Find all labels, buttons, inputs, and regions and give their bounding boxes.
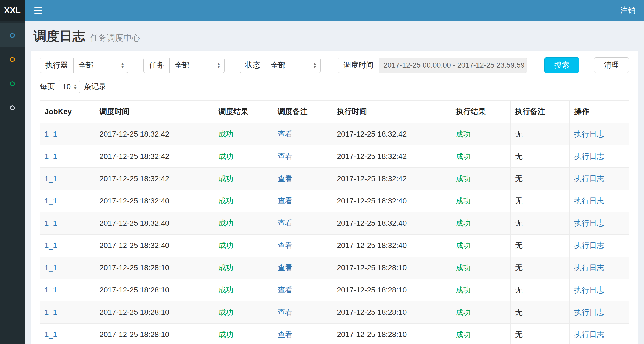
handle-msg-cell: 无 [510, 235, 570, 257]
jobkey-link-cell: 1_1 [40, 145, 95, 168]
trigger-msg-link[interactable]: 查看 [278, 286, 293, 294]
exec-log-link-cell: 执行日志 [570, 212, 629, 235]
search-button[interactable]: 搜索 [544, 57, 579, 73]
job-filter-group: 任务 全部 ▲▼ [143, 58, 225, 73]
jobkey-link[interactable]: 1_1 [45, 152, 57, 160]
circle-icon [10, 81, 15, 86]
table-row: 1_12017-12-25 18:28:10成功查看2017-12-25 18:… [40, 301, 629, 324]
table-row: 1_12017-12-25 18:32:42成功查看2017-12-25 18:… [40, 145, 629, 168]
trigger-msg-link[interactable]: 查看 [278, 174, 293, 183]
table-row: 1_12017-12-25 18:32:40成功查看2017-12-25 18:… [40, 190, 629, 212]
trigger-time-cell: 2017-12-25 18:32:42 [95, 123, 214, 145]
sidebar-menu [0, 21, 25, 344]
handle-result-cell: 成功 [451, 301, 511, 324]
time-range-input[interactable]: 2017-12-25 00:00:00 - 2017-12-25 23:59:5… [379, 58, 527, 73]
circle-icon [10, 57, 15, 62]
table-row: 1_12017-12-25 18:28:10成功查看2017-12-25 18:… [40, 324, 629, 344]
jobkey-link[interactable]: 1_1 [45, 174, 57, 183]
page-size-select[interactable]: 10 ▲▼ [59, 80, 80, 93]
trigger-msg-link[interactable]: 查看 [278, 308, 293, 316]
exec-log-link[interactable]: 执行日志 [574, 197, 604, 205]
trigger-msg-link[interactable]: 查看 [278, 130, 293, 138]
page-size-prefix: 每页 [40, 82, 55, 92]
jobkey-link-cell: 1_1 [40, 212, 95, 235]
exec-log-link[interactable]: 执行日志 [574, 330, 604, 339]
exec-log-link-cell: 执行日志 [570, 123, 629, 145]
trigger-result-cell: 成功 [214, 145, 273, 168]
exec-log-link-cell: 执行日志 [570, 145, 629, 168]
trigger-msg-link-cell: 查看 [273, 190, 332, 212]
handle-time-cell: 2017-12-25 18:32:40 [332, 235, 451, 257]
exec-log-link[interactable]: 执行日志 [574, 219, 604, 227]
logout-link[interactable]: 注销 [620, 5, 635, 16]
trigger-msg-link[interactable]: 查看 [278, 197, 293, 205]
trigger-result-cell: 成功 [214, 168, 273, 190]
clear-button[interactable]: 清理 [594, 57, 629, 73]
jobkey-link[interactable]: 1_1 [45, 197, 57, 205]
circle-icon [10, 33, 15, 38]
exec-log-link[interactable]: 执行日志 [574, 286, 604, 294]
exec-log-link[interactable]: 执行日志 [574, 241, 604, 250]
trigger-result-cell: 成功 [214, 190, 273, 212]
exec-log-link[interactable]: 执行日志 [574, 264, 604, 272]
trigger-msg-link[interactable]: 查看 [278, 152, 293, 160]
exec-log-link[interactable]: 执行日志 [574, 130, 604, 138]
jobkey-link-cell: 1_1 [40, 324, 95, 344]
sidebar-item-2[interactable] [0, 47, 25, 72]
select-arrows-icon: ▲▼ [121, 62, 124, 68]
handle-result-cell: 成功 [451, 279, 511, 301]
jobkey-link-cell: 1_1 [40, 301, 95, 324]
column-header-6: 执行结果 [451, 101, 511, 123]
trigger-msg-link[interactable]: 查看 [278, 264, 293, 272]
trigger-time-cell: 2017-12-25 18:28:10 [95, 324, 214, 344]
column-header-1: JobKey [40, 101, 95, 123]
trigger-msg-link[interactable]: 查看 [278, 330, 293, 339]
jobkey-link[interactable]: 1_1 [45, 286, 57, 294]
jobkey-link[interactable]: 1_1 [45, 130, 57, 138]
exec-log-link-cell: 执行日志 [570, 235, 629, 257]
jobkey-link[interactable]: 1_1 [45, 264, 57, 272]
log-table: JobKey调度时间调度结果调度备注执行时间执行结果执行备注操作 1_12017… [40, 100, 629, 344]
content-header: 调度日志 任务调度中心 [25, 21, 644, 51]
status-select[interactable]: 全部 ▲▼ [266, 58, 321, 73]
column-header-4: 调度备注 [273, 101, 332, 123]
jobkey-link-cell: 1_1 [40, 168, 95, 190]
executor-select[interactable]: 全部 ▲▼ [73, 58, 128, 73]
page-size-value: 10 [63, 83, 71, 91]
exec-log-link-cell: 执行日志 [570, 279, 629, 301]
jobkey-link-cell: 1_1 [40, 123, 95, 145]
trigger-msg-link[interactable]: 查看 [278, 219, 293, 227]
handle-result-cell: 成功 [451, 145, 511, 168]
handle-msg-cell: 无 [510, 257, 570, 279]
exec-log-link-cell: 执行日志 [570, 257, 629, 279]
jobkey-link-cell: 1_1 [40, 235, 95, 257]
jobkey-link-cell: 1_1 [40, 279, 95, 301]
main-content: 调度日志 任务调度中心 执行器 全部 ▲▼ 任务 全部 ▲▼ 状态 [25, 0, 644, 344]
exec-log-link[interactable]: 执行日志 [574, 152, 604, 160]
exec-log-link-cell: 执行日志 [570, 301, 629, 324]
sidebar-toggle-button[interactable] [32, 5, 45, 16]
job-select-value: 全部 [175, 60, 190, 70]
sidebar-item-3[interactable] [0, 72, 25, 96]
job-select[interactable]: 全部 ▲▼ [169, 58, 225, 73]
executor-filter-label: 执行器 [40, 58, 73, 73]
handle-result-cell: 成功 [451, 257, 511, 279]
trigger-time-cell: 2017-12-25 18:28:10 [95, 279, 214, 301]
exec-log-link[interactable]: 执行日志 [574, 308, 604, 316]
exec-log-link[interactable]: 执行日志 [574, 174, 604, 183]
sidebar-item-4[interactable] [0, 96, 25, 120]
handle-result-cell: 成功 [451, 123, 511, 145]
jobkey-link[interactable]: 1_1 [45, 219, 57, 227]
column-header-3: 调度结果 [214, 101, 273, 123]
trigger-msg-link[interactable]: 查看 [278, 241, 293, 250]
jobkey-link[interactable]: 1_1 [45, 241, 57, 250]
time-filter-group: 调度时间 2017-12-25 00:00:00 - 2017-12-25 23… [338, 58, 527, 73]
jobkey-link[interactable]: 1_1 [45, 308, 57, 316]
handle-time-cell: 2017-12-25 18:32:42 [332, 168, 451, 190]
trigger-result-cell: 成功 [214, 212, 273, 235]
column-header-8: 操作 [570, 101, 629, 123]
jobkey-link[interactable]: 1_1 [45, 330, 57, 339]
log-table-body: 1_12017-12-25 18:32:42成功查看2017-12-25 18:… [40, 123, 629, 344]
column-header-2: 调度时间 [95, 101, 214, 123]
sidebar-item-1[interactable] [0, 23, 25, 47]
